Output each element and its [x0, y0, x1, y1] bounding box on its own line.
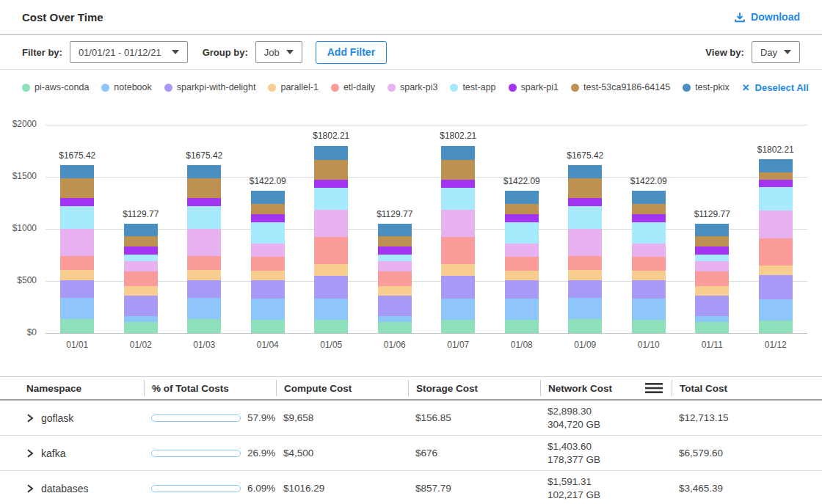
col-header-pct-total: % of Total Costs	[144, 380, 276, 396]
bar-total-label: $1675.42	[46, 150, 109, 161]
bar-segment-spark-pi1	[60, 198, 94, 206]
x-axis-tick-label: 01/05	[299, 340, 363, 350]
expand-chevron-icon[interactable]	[26, 484, 34, 493]
legend-item-spark-pi1[interactable]: spark-pi1	[509, 82, 559, 92]
filter-bar: Filter by: 01/01/21 - 01/12/21 Group by:…	[0, 35, 822, 70]
bar-segment-sparkpi-with-delight	[314, 276, 348, 299]
legend-item-spark-pi3[interactable]: spark-pi3	[388, 82, 437, 92]
bar-segment-notebook	[187, 298, 221, 320]
bar-segment-parallel-1	[314, 264, 348, 275]
legend-swatch-icon	[388, 84, 396, 92]
bar-segment-test-53ca9186-64145	[378, 236, 412, 247]
bar-segment-etl-daily	[759, 238, 793, 266]
bar-segment-sparkpi-with-delight	[441, 276, 475, 299]
legend-item-test-app[interactable]: test-app	[450, 82, 495, 92]
bar-segment-notebook	[441, 299, 475, 320]
date-range-select[interactable]: 01/01/21 - 01/12/21	[70, 41, 188, 63]
bar-segment-test-pkix	[378, 224, 412, 236]
legend-item-label: test-pkix	[695, 82, 730, 92]
bar-segment-sparkpi-with-delight	[378, 296, 412, 316]
table-row-kafka[interactable]: kafka26.9%$4,500$676$1,403.60178,377 GB$…	[0, 436, 822, 471]
pct-progress-bar	[151, 414, 241, 422]
table-row-goflask[interactable]: goflask57.9%$9,658$156.85$2,898.30304,72…	[0, 401, 822, 436]
compute-cost: $4,500	[276, 448, 408, 459]
bar-segment-pi-aws-conda	[759, 321, 793, 333]
bar-segment-test-pkix	[632, 191, 666, 204]
bar-segment-etl-daily	[632, 257, 666, 271]
bar-total-label: $1129.77	[109, 209, 173, 219]
bar-segment-test-app	[441, 188, 475, 210]
bar-segment-spark-pi3	[124, 261, 158, 271]
storage-cost: $676	[408, 448, 540, 459]
legend-item-parallel-1[interactable]: parallel-1	[268, 82, 318, 92]
bar-segment-test-53ca9186-64145	[314, 160, 348, 180]
bar-segment-notebook	[124, 316, 158, 322]
group-by-select[interactable]: Job	[255, 41, 302, 63]
view-by-value: Day	[760, 47, 777, 58]
x-axis-tick-label: 01/12	[744, 340, 808, 350]
bar-segment-etl-daily	[314, 237, 348, 264]
download-button[interactable]: Download	[734, 11, 800, 23]
chevron-down-icon	[172, 50, 179, 54]
bar-segment-test-app	[568, 206, 602, 229]
deselect-all-button[interactable]: ✕ Deselect All	[742, 82, 809, 93]
bar-total-label: $1422.09	[617, 176, 681, 186]
expand-chevron-icon[interactable]	[26, 449, 34, 458]
legend-item-test-pkix[interactable]: test-pkix	[683, 82, 730, 92]
namespace-name: goflask	[41, 412, 73, 424]
bar-segment-test-app	[378, 255, 412, 260]
bar-segment-sparkpi-with-delight	[568, 280, 602, 297]
bar-segment-etl-daily	[568, 256, 602, 270]
column-menu-icon[interactable]	[645, 382, 663, 394]
bar-segment-test-pkix	[568, 165, 602, 178]
bar-segment-spark-pi1	[124, 246, 158, 255]
storage-cost: $857.79	[408, 483, 540, 494]
table-row-databases[interactable]: databases6.09%$1016.29$857.79$1,591.3110…	[0, 471, 822, 504]
stacked-bar-01/08	[505, 191, 539, 333]
legend-swatch-icon	[509, 84, 517, 92]
view-by-select[interactable]: Day	[752, 41, 800, 63]
bar-segment-test-pkix	[314, 146, 348, 160]
legend-item-notebook[interactable]: notebook	[101, 82, 151, 92]
bar-segment-test-app	[314, 188, 348, 210]
bar-segment-spark-pi3	[251, 244, 285, 257]
bar-segment-test-pkix	[695, 224, 729, 236]
bar-segment-test-app	[251, 222, 285, 244]
bar-segment-spark-pi3	[314, 210, 348, 237]
stacked-bar-01/05	[314, 146, 348, 334]
bar-segment-test-53ca9186-64145	[441, 160, 475, 180]
bar-segment-test-pkix	[251, 191, 285, 204]
bar-segment-parallel-1	[695, 286, 729, 296]
x-axis-tick-label: 01/11	[680, 340, 744, 350]
legend-item-test-53ca9186-64145[interactable]: test-53ca9186-64145	[571, 82, 670, 92]
expand-chevron-icon[interactable]	[26, 414, 34, 423]
x-axis-tick-label: 01/03	[172, 340, 236, 350]
add-filter-button[interactable]: Add Filter	[316, 41, 387, 64]
col-header-storage: Storage Cost	[408, 380, 540, 396]
legend-swatch-icon	[683, 84, 691, 92]
bar-segment-spark-pi1	[441, 180, 475, 188]
bar-total-label: $1422.09	[490, 176, 554, 186]
legend-item-etl-daily[interactable]: etl-daily	[331, 82, 375, 92]
legend-swatch-icon	[164, 84, 172, 92]
bar-segment-sparkpi-with-delight	[695, 296, 729, 316]
bar-segment-etl-daily	[187, 256, 221, 270]
bar-segment-parallel-1	[60, 270, 94, 280]
group-by-label: Group by:	[203, 47, 248, 58]
col-header-total: Total Cost	[672, 380, 807, 396]
y-axis-tick-label: $0	[0, 327, 37, 337]
download-label: Download	[751, 11, 800, 23]
namespace-costs-table: Namespace % of Total Costs Compute Cost …	[0, 376, 822, 504]
chevron-down-icon	[784, 50, 791, 54]
legend-swatch-icon	[331, 84, 339, 92]
x-axis-tick-label: 01/02	[109, 340, 173, 350]
legend-item-pi-aws-conda[interactable]: pi-aws-conda	[22, 82, 89, 92]
bar-segment-spark-pi1	[632, 214, 666, 222]
legend-item-sparkpi-with-delight[interactable]: sparkpi-with-delight	[164, 82, 256, 92]
bar-segment-notebook	[314, 299, 348, 320]
total-cost: $12,713.15	[672, 412, 807, 423]
network-cost-dollars: $2,898.30	[548, 405, 672, 418]
bar-segment-parallel-1	[378, 286, 412, 296]
chart-legend: pi-aws-condanotebooksparkpi-with-delight…	[0, 70, 822, 105]
cost-over-time-chart: $2000$1500$1000$500$0$1675.4201/01$1129.…	[0, 105, 822, 352]
